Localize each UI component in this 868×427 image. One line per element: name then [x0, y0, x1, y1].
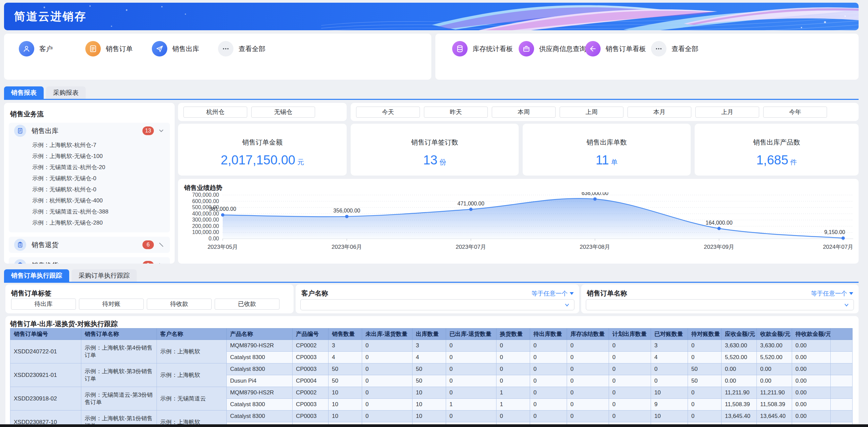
- warehouse-button-2[interactable]: 无锡仓: [251, 107, 315, 118]
- data-cell: 0: [530, 352, 567, 364]
- data-cell: 0.00: [792, 387, 831, 399]
- warehouse-button-1[interactable]: 杭州仓: [183, 107, 247, 118]
- horizontal-scrollbar[interactable]: [0, 424, 868, 427]
- order-tag-button-4[interactable]: 已收款: [215, 298, 279, 310]
- data-cell: 0: [609, 364, 651, 375]
- tab-tracking-1[interactable]: 销售订单执行跟踪: [4, 269, 69, 282]
- customer-select[interactable]: [300, 299, 575, 310]
- quick-link-left-4[interactable]: 查看全部: [218, 41, 266, 56]
- data-cell: 10: [329, 399, 362, 410]
- period-button-7[interactable]: 今年: [763, 107, 827, 118]
- column-header: 应收金额/元: [721, 329, 757, 340]
- data-cell: 0: [651, 364, 688, 375]
- period-button-3[interactable]: 本周: [492, 107, 556, 118]
- order-name-cell: 示例：上海帆软-第1份销售订单: [81, 410, 157, 426]
- period-button-1[interactable]: 今天: [356, 107, 420, 118]
- data-cell: 10: [329, 410, 362, 422]
- svg-text:471,000.00: 471,000.00: [458, 201, 485, 206]
- data-cell: 0: [688, 352, 721, 364]
- order-tag-button-2[interactable]: 待对账: [79, 298, 144, 310]
- period-button-5[interactable]: 本月: [627, 107, 691, 118]
- sales-flow-group-header-2[interactable]: 销售退货6: [9, 237, 170, 253]
- customer-cell: 示例：上海帆软: [157, 340, 227, 364]
- quick-link-left-3[interactable]: 销售出库: [152, 41, 199, 56]
- data-cell: CP0002: [292, 387, 329, 399]
- sales-flow-item[interactable]: 示例：无锡简道云-杭州仓-388: [9, 206, 170, 217]
- order-name-operator-dropdown[interactable]: 等于任意一个: [811, 289, 853, 297]
- sales-flow-item[interactable]: 示例：无锡帆软-杭州仓-0: [9, 184, 170, 195]
- data-cell: 50: [329, 364, 362, 375]
- customer-cell: 示例：上海帆软: [157, 410, 227, 426]
- data-cell: 0: [362, 410, 412, 422]
- column-header: 计划出库数量: [609, 329, 651, 340]
- sales-flow-group-header-3[interactable]: 销售换货3: [9, 257, 170, 264]
- quick-link-right-3[interactable]: 销售订单看板: [585, 41, 646, 56]
- data-cell: CP0002: [292, 340, 329, 352]
- tracking-tabs: 销售订单执行跟踪采购订单执行跟踪: [4, 269, 859, 283]
- kpi-value: 11单: [523, 153, 691, 167]
- svg-text:9,150.00: 9,150.00: [824, 229, 845, 235]
- quick-link-left-2[interactable]: 销售订单: [85, 41, 133, 56]
- period-button-4[interactable]: 上周: [560, 107, 623, 118]
- data-cell: 50: [329, 375, 362, 387]
- data-cell: 0.00: [792, 340, 831, 352]
- table-row: XSDD240722-01示例：上海帆软-第4份销售订单示例：上海帆软MQM87…: [10, 340, 852, 352]
- data-cell: 1: [446, 399, 496, 410]
- kpi-value: 1,685件: [695, 153, 859, 167]
- data-cell: Catalyst 8300: [227, 399, 292, 410]
- column-header: 已出库-退货数量: [446, 329, 496, 340]
- data-cell: 0.00: [721, 364, 757, 375]
- report-tabs: 销售报表采购报表: [4, 86, 859, 100]
- kpi-card-3: 销售出库单数11单: [523, 124, 691, 175]
- column-header: 待出库数量: [530, 329, 567, 340]
- database-icon: [452, 41, 468, 56]
- period-button-6[interactable]: 上月: [695, 107, 759, 118]
- column-header: 待收款金额/元: [792, 329, 831, 340]
- quick-links-left-card: 客户销售订单销售出库查看全部: [4, 34, 431, 80]
- app-banner: 简道云进销存: [4, 3, 859, 30]
- order-name-select[interactable]: [586, 299, 854, 310]
- kpi-unit: 件: [790, 159, 797, 166]
- order-no-cell: XSDD230827-10: [10, 410, 81, 426]
- customer-filter-card: 客户名称 等于任意一个: [296, 284, 579, 313]
- quick-link-right-1[interactable]: 库存统计看板: [452, 41, 513, 56]
- data-cell: 4: [329, 352, 362, 364]
- data-cell: 0.00: [792, 399, 831, 410]
- data-cell: 0: [609, 352, 651, 364]
- sales-flow-item[interactable]: 示例：无锡简道云-杭州仓-20: [9, 162, 170, 173]
- sales-flow-item[interactable]: 示例：上海帆软-杭州仓-7: [9, 140, 170, 151]
- sales-flow-group-header-1[interactable]: 销售出库13: [9, 123, 170, 139]
- group-label: 销售换货: [32, 261, 58, 264]
- quick-link-right-4[interactable]: 查看全部: [651, 41, 699, 56]
- kpi-unit: 份: [439, 159, 446, 166]
- quick-link-left-1[interactable]: 客户: [19, 41, 53, 56]
- data-cell: 13,645.40: [757, 410, 792, 422]
- period-button-2[interactable]: 昨天: [424, 107, 488, 118]
- sales-flow-group-2: 销售退货6: [9, 237, 170, 253]
- customer-cell: 示例：无锡简道云: [157, 387, 227, 410]
- order-name-filter-label: 销售订单名称: [587, 289, 627, 298]
- tab-report-1[interactable]: 销售报表: [4, 86, 44, 99]
- data-cell: 0: [496, 410, 530, 422]
- kpi-value: 13份: [351, 153, 519, 167]
- sales-flow-item[interactable]: 示例：上海帆软-无锡仓-100: [9, 151, 170, 162]
- order-tag-button-3[interactable]: 待收款: [147, 298, 212, 310]
- sales-flow-item[interactable]: 示例：杭州帆软-无锡仓-400: [9, 195, 170, 206]
- order-tag-button-1[interactable]: 待出库: [11, 298, 76, 310]
- sales-flow-item[interactable]: 示例：无锡帆软-无锡仓-0: [9, 173, 170, 184]
- customer-operator-dropdown[interactable]: 等于任意一个: [531, 289, 574, 297]
- order-name-operator-label: 等于任意一个: [811, 289, 847, 297]
- kpi-unit: 元: [297, 159, 304, 166]
- customer-cell: 示例：上海帆软: [157, 364, 227, 387]
- sales-flow-item[interactable]: 示例：上海帆软-无锡仓-280: [9, 217, 170, 228]
- data-cell: 0: [688, 399, 721, 410]
- tab-tracking-2[interactable]: 采购订单执行跟踪: [71, 269, 137, 282]
- data-cell: 0: [567, 340, 609, 352]
- kpi-value: 2,017,150.00元: [178, 153, 347, 167]
- quick-link-right-2[interactable]: 供应商信息查询: [519, 41, 586, 56]
- data-cell: 50: [412, 364, 446, 375]
- tab-report-2[interactable]: 采购报表: [46, 86, 86, 99]
- data-cell: 1: [496, 399, 530, 410]
- table-row: XSDD230918-02示例：无锡简道云-第3份销售订单示例：无锡简道云MQM…: [10, 387, 852, 399]
- data-cell: 11,211.90: [721, 387, 757, 399]
